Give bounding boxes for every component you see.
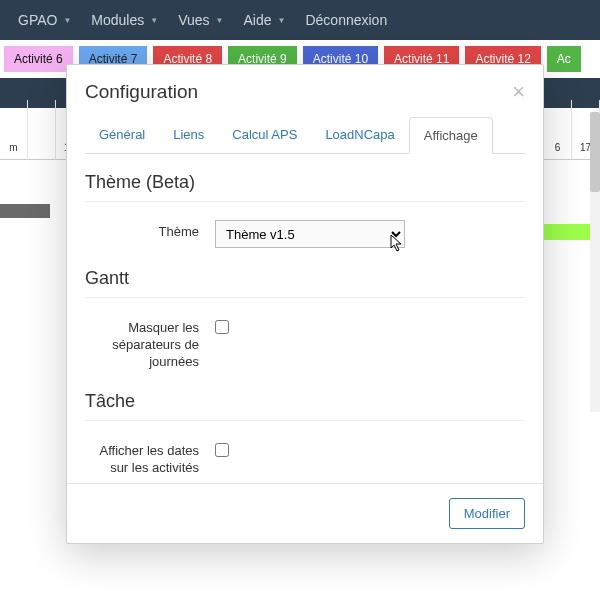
gantt-col: 6: [544, 100, 572, 160]
theme-label: Thème: [85, 220, 215, 241]
activity-6[interactable]: Activité 6: [4, 46, 73, 72]
modal-header: Configuration ×: [67, 65, 543, 117]
nav-modules[interactable]: Modules▼: [81, 12, 168, 28]
theme-select[interactable]: Thème v1.5: [215, 220, 405, 248]
tab-calcul-aps[interactable]: Calcul APS: [218, 117, 311, 153]
nav-aide[interactable]: Aide▼: [234, 12, 296, 28]
divider: [85, 420, 525, 421]
divider: [85, 297, 525, 298]
caret-down-icon: ▼: [150, 16, 158, 25]
configuration-modal: Configuration × Général Liens Calcul APS…: [66, 64, 544, 544]
gantt-bar[interactable]: [0, 204, 50, 218]
nav-gpao[interactable]: GPAO▼: [8, 12, 81, 28]
tab-liens[interactable]: Liens: [159, 117, 218, 153]
close-icon[interactable]: ×: [512, 81, 525, 103]
tab-loadncapa[interactable]: LoadNCapa: [311, 117, 408, 153]
tab-affichage[interactable]: Affichage: [409, 117, 493, 154]
divider: [85, 201, 525, 202]
tab-list: Général Liens Calcul APS LoadNCapa Affic…: [85, 117, 525, 154]
section-heading-task: Tâche: [85, 391, 525, 412]
task-dates-checkbox[interactable]: [215, 443, 229, 457]
task-dates-label: Afficher les dates sur les activités: [85, 439, 215, 477]
top-navbar: GPAO▼ Modules▼ Vues▼ Aide▼ Déconnexion: [0, 0, 600, 40]
gantt-separator-label: Masquer les séparateurs de journées: [85, 316, 215, 371]
nav-logout[interactable]: Déconnexion: [295, 12, 397, 28]
section-heading-gantt: Gantt: [85, 268, 525, 289]
scrollbar-thumb[interactable]: [590, 112, 600, 192]
modal-footer: Modifier: [67, 483, 543, 543]
nav-vues[interactable]: Vues▼: [168, 12, 233, 28]
tab-general[interactable]: Général: [85, 117, 159, 153]
caret-down-icon: ▼: [63, 16, 71, 25]
form-row-theme: Thème Thème v1.5: [85, 220, 525, 248]
gantt-col: m: [0, 100, 28, 160]
form-row-gantt-sep: Masquer les séparateurs de journées: [85, 316, 525, 371]
form-row-task-dates: Afficher les dates sur les activités: [85, 439, 525, 477]
gantt-separator-checkbox[interactable]: [215, 320, 229, 334]
modal-body: Général Liens Calcul APS LoadNCapa Affic…: [67, 117, 543, 483]
activity-ac[interactable]: Ac: [547, 46, 581, 72]
modal-title: Configuration: [85, 81, 198, 103]
section-heading-theme: Thème (Beta): [85, 172, 525, 193]
caret-down-icon: ▼: [278, 16, 286, 25]
modifier-button[interactable]: Modifier: [449, 498, 525, 529]
caret-down-icon: ▼: [216, 16, 224, 25]
gantt-col: [28, 100, 56, 160]
